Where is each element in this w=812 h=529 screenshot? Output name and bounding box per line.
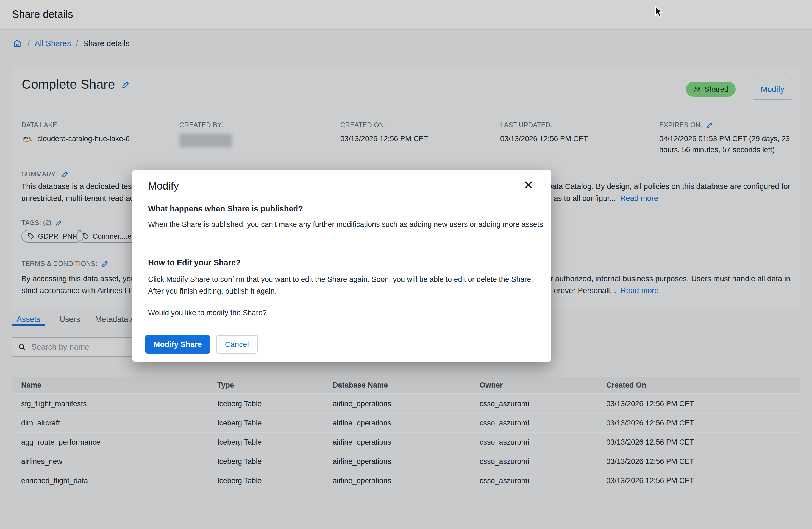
dialog-paragraph-published: When the Share is published, you can’t m…: [148, 219, 549, 231]
dialog-question: Would you like to modify the Share?: [148, 307, 549, 319]
mouse-cursor: [655, 6, 666, 18]
modify-dialog: Modify ✕ What happens when Share is publ…: [132, 170, 551, 362]
modify-share-button[interactable]: Modify Share: [145, 335, 210, 354]
share-details-page: Share details / All Shares / Share detai…: [0, 0, 812, 529]
dialog-footer-divider: [132, 329, 551, 330]
cancel-button[interactable]: Cancel: [216, 335, 258, 354]
dialog-title: Modify: [148, 180, 179, 192]
close-icon[interactable]: ✕: [523, 179, 534, 191]
dialog-heading-edit: How to Edit your Share?: [148, 258, 241, 267]
dialog-paragraph-edit: Click Modify Share to confirm that you w…: [148, 274, 549, 297]
dialog-heading-published: What happens when Share is published?: [148, 204, 303, 214]
